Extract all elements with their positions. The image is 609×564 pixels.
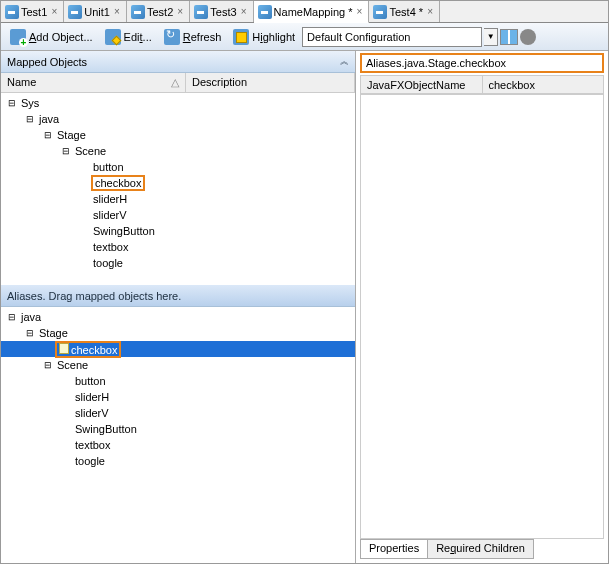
- file-icon: [5, 5, 19, 19]
- expand-toggle[interactable]: ⊟: [23, 328, 37, 338]
- left-panel: Mapped Objects ︽ Name△ Description ⊟Sys⊟…: [1, 51, 356, 563]
- tree-item-textbox[interactable]: textbox: [1, 239, 355, 255]
- tree-item-button[interactable]: button: [1, 159, 355, 175]
- tab-test1[interactable]: Test1×: [1, 1, 64, 22]
- highlight-button[interactable]: Highlight: [228, 26, 300, 48]
- tab-test2[interactable]: Test2×: [127, 1, 190, 22]
- tree-item-checkbox[interactable]: checkbox: [1, 341, 355, 357]
- file-icon: [131, 5, 145, 19]
- chevron-up-icon[interactable]: ︽: [340, 55, 349, 68]
- file-icon: [373, 5, 387, 19]
- tree-item-scene[interactable]: ⊟Scene: [1, 143, 355, 159]
- configuration-select[interactable]: [302, 27, 482, 47]
- expand-toggle[interactable]: ⊟: [23, 114, 37, 124]
- gear-icon[interactable]: [520, 29, 536, 45]
- tree-item-checkbox[interactable]: checkbox: [1, 175, 355, 191]
- refresh-button[interactable]: Refresh: [159, 26, 227, 48]
- tree-label: checkbox: [57, 344, 119, 356]
- tree-label: toogle: [91, 257, 125, 269]
- tab-required-children[interactable]: Required Children: [427, 539, 534, 559]
- tab-label: Unit1: [84, 6, 110, 18]
- file-icon: [194, 5, 208, 19]
- tree-item-toogle[interactable]: toogle: [1, 453, 355, 469]
- mapped-objects-header[interactable]: Mapped Objects ︽: [1, 51, 355, 73]
- tab-label: Test4 *: [389, 6, 423, 18]
- tree-label: java: [37, 113, 61, 125]
- mapped-objects-tree[interactable]: ⊟Sys⊟java⊟Stage⊟Scenebuttoncheckboxslide…: [1, 93, 355, 285]
- tab-test4[interactable]: Test4 *×: [369, 1, 440, 22]
- tree-label: SwingButton: [91, 225, 157, 237]
- aliases-header: Aliases. Drag mapped objects here.: [1, 285, 355, 307]
- alias-path-text: Aliases.java.Stage.checkbox: [366, 57, 506, 69]
- tree-item-button[interactable]: button: [1, 373, 355, 389]
- document-tabs: Test1×Unit1×Test2×Test3×NameMapping *×Te…: [1, 1, 608, 23]
- alias-path-field[interactable]: Aliases.java.Stage.checkbox: [360, 53, 604, 73]
- tab-unit1[interactable]: Unit1×: [64, 1, 127, 22]
- column-description[interactable]: Description: [186, 73, 355, 92]
- tree-item-sliderv[interactable]: sliderV: [1, 207, 355, 223]
- highlight-icon: [233, 29, 249, 45]
- tab-namemapping[interactable]: NameMapping *×: [254, 1, 370, 23]
- tree-label: Scene: [55, 359, 90, 371]
- expand-toggle[interactable]: ⊟: [41, 360, 55, 370]
- tree-item-sliderv[interactable]: sliderV: [1, 405, 355, 421]
- tree-item-sys[interactable]: ⊟Sys: [1, 95, 355, 111]
- close-icon[interactable]: ×: [49, 7, 59, 17]
- column-name[interactable]: Name: [7, 76, 36, 89]
- properties-body[interactable]: [360, 95, 604, 539]
- tree-label: button: [91, 161, 126, 173]
- tree-item-scene[interactable]: ⊟Scene: [1, 357, 355, 373]
- tree-item-textbox[interactable]: textbox: [1, 437, 355, 453]
- tab-label: Test3: [210, 6, 236, 18]
- tab-test3[interactable]: Test3×: [190, 1, 253, 22]
- tree-label: sliderV: [73, 407, 111, 419]
- file-icon: [59, 343, 69, 354]
- add-icon: [10, 29, 26, 45]
- tree-label: textbox: [73, 439, 112, 451]
- close-icon[interactable]: ×: [425, 7, 435, 17]
- tree-item-java[interactable]: ⊟java: [1, 111, 355, 127]
- close-icon[interactable]: ×: [175, 7, 185, 17]
- tree-label: SwingButton: [73, 423, 139, 435]
- tree-item-swingbutton[interactable]: SwingButton: [1, 421, 355, 437]
- expand-toggle[interactable]: ⊟: [59, 146, 73, 156]
- edit-button[interactable]: Edit...: [100, 26, 157, 48]
- close-icon[interactable]: ×: [112, 7, 122, 17]
- tree-label: java: [19, 311, 43, 323]
- tree-label: Scene: [73, 145, 108, 157]
- bottom-tabs: Properties Required Children: [360, 539, 604, 559]
- close-icon[interactable]: ×: [239, 7, 249, 17]
- expand-toggle[interactable]: ⊟: [41, 130, 55, 140]
- add-object-button[interactable]: AAdd Object...dd Object...: [5, 26, 98, 48]
- tree-item-swingbutton[interactable]: SwingButton: [1, 223, 355, 239]
- tree-label: checkbox: [93, 177, 143, 189]
- layout-toggle-button[interactable]: [500, 29, 518, 45]
- tree-label: Sys: [19, 97, 41, 109]
- tree-item-toogle[interactable]: toogle: [1, 255, 355, 271]
- tab-properties[interactable]: Properties: [360, 539, 428, 559]
- sort-icon[interactable]: △: [171, 76, 179, 89]
- tab-label: Test1: [21, 6, 47, 18]
- tab-label: NameMapping *: [274, 6, 353, 18]
- toolbar: AAdd Object...dd Object... Edit... Refre…: [1, 23, 608, 51]
- tree-item-stage[interactable]: ⊟Stage: [1, 325, 355, 341]
- tab-label: Test2: [147, 6, 173, 18]
- tree-label: Stage: [37, 327, 70, 339]
- tree-item-stage[interactable]: ⊟Stage: [1, 127, 355, 143]
- refresh-icon: [164, 29, 180, 45]
- aliases-tree[interactable]: ⊟java⊟Stagecheckbox⊟ScenebuttonsliderHsl…: [1, 307, 355, 563]
- property-value-cell[interactable]: checkbox: [483, 75, 605, 94]
- property-name-cell[interactable]: JavaFXObjectName: [360, 75, 483, 94]
- right-panel: Aliases.java.Stage.checkbox JavaFXObject…: [356, 51, 608, 563]
- tree-item-sliderh[interactable]: sliderH: [1, 191, 355, 207]
- expand-toggle[interactable]: ⊟: [5, 98, 19, 108]
- tree-item-sliderh[interactable]: sliderH: [1, 389, 355, 405]
- tree-label: sliderH: [91, 193, 129, 205]
- configuration-dropdown-arrow[interactable]: ▼: [484, 28, 498, 46]
- mapped-objects-title: Mapped Objects: [7, 56, 87, 68]
- file-icon: [68, 5, 82, 19]
- expand-toggle[interactable]: ⊟: [5, 312, 19, 322]
- close-icon[interactable]: ×: [354, 7, 364, 17]
- tree-item-java[interactable]: ⊟java: [1, 309, 355, 325]
- tree-label: Stage: [55, 129, 88, 141]
